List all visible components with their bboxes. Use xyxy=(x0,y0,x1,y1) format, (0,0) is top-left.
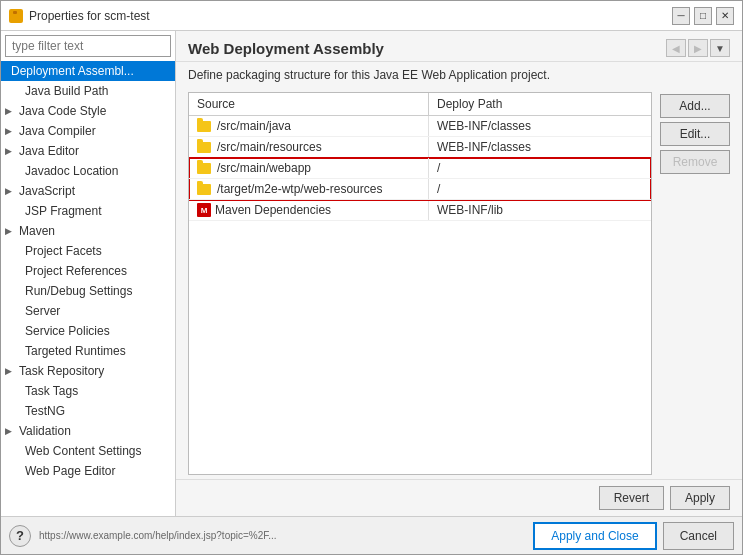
sidebar-item-javadoc-location[interactable]: Javadoc Location xyxy=(1,161,175,181)
table-header: Source Deploy Path xyxy=(189,93,651,116)
expand-arrow-icon: ▶ xyxy=(5,426,15,436)
folder-icon xyxy=(197,184,211,195)
panel-description: Define packaging structure for this Java… xyxy=(176,62,742,88)
remove-button[interactable]: Remove xyxy=(660,150,730,174)
sidebar-item-server[interactable]: Server xyxy=(1,301,175,321)
source-text: /src/main/webapp xyxy=(217,161,311,175)
edit-button[interactable]: Edit... xyxy=(660,122,730,146)
svg-rect-0 xyxy=(11,13,21,21)
svg-rect-1 xyxy=(13,11,17,14)
titlebar: Properties for scm-test ─ □ ✕ xyxy=(1,1,742,31)
apply-button[interactable]: Apply xyxy=(670,486,730,510)
sidebar-item-label: JavaScript xyxy=(19,184,75,198)
sidebar-item-service-policies[interactable]: Service Policies xyxy=(1,321,175,341)
source-cell: /src/main/webapp xyxy=(189,158,429,178)
help-button[interactable]: ? xyxy=(9,525,31,547)
sidebar-item-label: Service Policies xyxy=(25,324,110,338)
source-column-header: Source xyxy=(189,93,429,115)
sidebar-item-java-build-path[interactable]: Java Build Path xyxy=(1,81,175,101)
sidebar-item-deployment-assembly[interactable]: Deployment Assembl... xyxy=(1,61,175,81)
sidebar: Deployment Assembl...Java Build Path▶Jav… xyxy=(1,31,176,516)
source-text: /src/main/java xyxy=(217,119,291,133)
folder-icon xyxy=(197,121,211,132)
window-icon xyxy=(9,9,23,23)
expand-arrow-icon: ▶ xyxy=(5,126,15,136)
sidebar-item-label: Validation xyxy=(19,424,71,438)
sidebar-item-label: Project Facets xyxy=(25,244,102,258)
nav-dropdown-button[interactable]: ▼ xyxy=(710,39,730,57)
sidebar-item-run-debug-settings[interactable]: Run/Debug Settings xyxy=(1,281,175,301)
source-text: Maven Dependencies xyxy=(215,203,331,217)
sidebar-item-java-code-style[interactable]: ▶Java Code Style xyxy=(1,101,175,121)
sidebar-item-targeted-runtimes[interactable]: Targeted Runtimes xyxy=(1,341,175,361)
apply-close-button[interactable]: Apply and Close xyxy=(533,522,656,550)
sidebar-item-jsp-fragment[interactable]: JSP Fragment xyxy=(1,201,175,221)
expand-arrow-icon: ▶ xyxy=(5,366,15,376)
deploy-cell: WEB-INF/classes xyxy=(429,137,651,157)
titlebar-left: Properties for scm-test xyxy=(9,9,150,23)
table-row[interactable]: MMaven DependenciesWEB-INF/lib xyxy=(189,200,651,221)
panel-body: Source Deploy Path /src/main/javaWEB-INF… xyxy=(176,88,742,479)
footer-buttons: Apply and Close Cancel xyxy=(533,522,734,550)
panel-title: Web Deployment Assembly xyxy=(188,40,384,57)
sidebar-item-label: Web Content Settings xyxy=(25,444,142,458)
footer: ? https://www.example.com/help/index.jsp… xyxy=(1,516,742,554)
highlighted-rows-group: /src/main/webapp//target/m2e-wtp/web-res… xyxy=(189,158,651,200)
source-text: /target/m2e-wtp/web-resources xyxy=(217,182,382,196)
window-controls: ─ □ ✕ xyxy=(672,7,734,25)
table-row[interactable]: /src/main/webapp/ xyxy=(189,158,651,179)
sidebar-item-label: Java Compiler xyxy=(19,124,96,138)
right-panel: Web Deployment Assembly ◀ ▶ ▼ Define pac… xyxy=(176,31,742,516)
sidebar-item-testng[interactable]: TestNG xyxy=(1,401,175,421)
panel-nav: ◀ ▶ ▼ xyxy=(666,39,730,57)
expand-arrow-icon: ▶ xyxy=(5,106,15,116)
sidebar-item-project-references[interactable]: Project References xyxy=(1,261,175,281)
expand-arrow-icon: ▶ xyxy=(5,186,15,196)
nav-back-button[interactable]: ◀ xyxy=(666,39,686,57)
cancel-button[interactable]: Cancel xyxy=(663,522,734,550)
minimize-button[interactable]: ─ xyxy=(672,7,690,25)
sidebar-item-label: Deployment Assembl... xyxy=(11,64,134,78)
folder-icon xyxy=(197,142,211,153)
maximize-button[interactable]: □ xyxy=(694,7,712,25)
filter-input[interactable] xyxy=(5,35,171,57)
sidebar-item-java-compiler[interactable]: ▶Java Compiler xyxy=(1,121,175,141)
sidebar-item-web-content-settings[interactable]: Web Content Settings xyxy=(1,441,175,461)
table-row[interactable]: /target/m2e-wtp/web-resources/ xyxy=(189,179,651,200)
sidebar-item-task-repository[interactable]: ▶Task Repository xyxy=(1,361,175,381)
sidebar-item-label: Maven xyxy=(19,224,55,238)
sidebar-item-label: Run/Debug Settings xyxy=(25,284,132,298)
sidebar-item-label: TestNG xyxy=(25,404,65,418)
sidebar-item-web-page-editor[interactable]: Web Page Editor xyxy=(1,461,175,481)
sidebar-item-project-facets[interactable]: Project Facets xyxy=(1,241,175,261)
sidebar-item-label: Javadoc Location xyxy=(25,164,118,178)
source-cell: /src/main/java xyxy=(189,116,429,136)
footer-status: https://www.example.com/help/index.jsp?t… xyxy=(31,530,533,541)
folder-icon xyxy=(197,163,211,174)
properties-window: Properties for scm-test ─ □ ✕ Deployment… xyxy=(0,0,743,555)
add-button[interactable]: Add... xyxy=(660,94,730,118)
sidebar-item-label: Task Tags xyxy=(25,384,78,398)
table-row[interactable]: /src/main/resourcesWEB-INF/classes xyxy=(189,137,651,158)
sidebar-item-java-editor[interactable]: ▶Java Editor xyxy=(1,141,175,161)
sidebar-item-validation[interactable]: ▶Validation xyxy=(1,421,175,441)
maven-icon: M xyxy=(197,203,211,217)
sidebar-item-maven[interactable]: ▶Maven xyxy=(1,221,175,241)
table-body: /src/main/javaWEB-INF/classes/src/main/r… xyxy=(189,116,651,474)
deploy-cell: / xyxy=(429,179,651,199)
nav-forward-button[interactable]: ▶ xyxy=(688,39,708,57)
close-button[interactable]: ✕ xyxy=(716,7,734,25)
sidebar-item-label: Java Code Style xyxy=(19,104,106,118)
sidebar-item-label: Server xyxy=(25,304,60,318)
expand-arrow-icon: ▶ xyxy=(5,226,15,236)
sidebar-item-label: Java Editor xyxy=(19,144,79,158)
table-row[interactable]: /src/main/javaWEB-INF/classes xyxy=(189,116,651,137)
source-cell: MMaven Dependencies xyxy=(189,200,429,220)
sidebar-item-javascript[interactable]: ▶JavaScript xyxy=(1,181,175,201)
sidebar-item-label: Targeted Runtimes xyxy=(25,344,126,358)
revert-button[interactable]: Revert xyxy=(599,486,664,510)
expand-arrow-icon: ▶ xyxy=(5,146,15,156)
action-buttons: Add... Edit... Remove xyxy=(660,92,730,475)
sidebar-item-task-tags[interactable]: Task Tags xyxy=(1,381,175,401)
sidebar-item-label: Java Build Path xyxy=(25,84,108,98)
